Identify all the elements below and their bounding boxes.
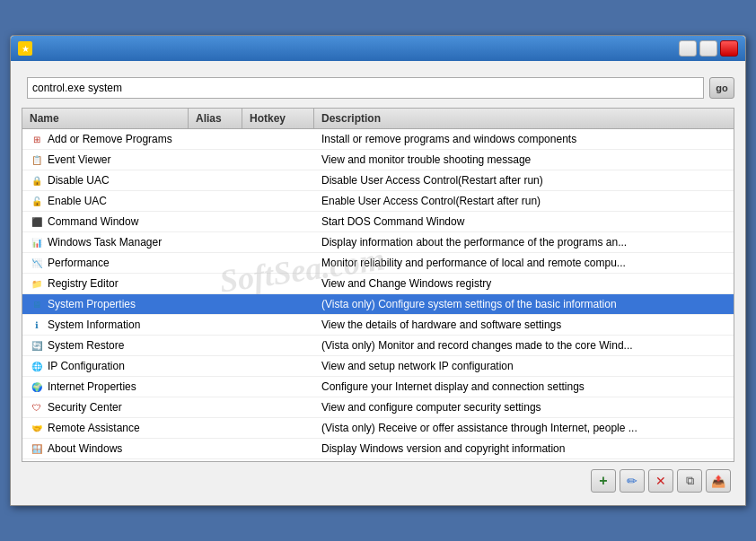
row-icon: 🛡 bbox=[30, 400, 44, 414]
edit-button[interactable]: ✏ bbox=[620, 469, 645, 493]
table-row[interactable]: 📋 Event Viewer View and monitor trouble … bbox=[22, 150, 734, 170]
row-name-text: System Restore bbox=[48, 339, 124, 352]
add-icon: + bbox=[599, 473, 607, 489]
table-row[interactable]: ℹ System Information View the details of… bbox=[22, 315, 734, 336]
cell-name: 🔒 Disable UAC bbox=[22, 170, 189, 190]
cell-alias bbox=[189, 129, 242, 149]
row-icon: 🔓 bbox=[30, 194, 44, 208]
cell-alias bbox=[189, 150, 242, 170]
cell-name: ⬛ Command Window bbox=[22, 212, 189, 231]
table-body[interactable]: ⊞ Add or Remove Programs Install or remo… bbox=[22, 129, 734, 461]
table-row[interactable]: 🖥 System Properties (Vista only) Configu… bbox=[22, 294, 734, 315]
cell-name: 🖥 Computer Management bbox=[22, 459, 189, 461]
cell-name: 📋 Event Viewer bbox=[22, 150, 189, 170]
cell-alias bbox=[189, 397, 242, 417]
table-row[interactable]: 🔒 Disable UAC Disable User Access Contro… bbox=[22, 170, 734, 191]
window-body: go Name Alias Hotkey Description ⊞ Add o… bbox=[11, 61, 745, 505]
row-name-text: Remote Assistance bbox=[48, 422, 140, 434]
row-name-text: Add or Remove Programs bbox=[48, 133, 172, 145]
col-alias: Alias bbox=[189, 109, 242, 128]
maximize-button[interactable] bbox=[699, 40, 717, 57]
row-name-text: System Information bbox=[48, 318, 140, 331]
table-container: Name Alias Hotkey Description ⊞ Add or R… bbox=[22, 108, 734, 462]
cell-desc: (Vista only) Receive or offer assistance… bbox=[314, 418, 734, 438]
table-row[interactable]: 🤝 Remote Assistance (Vista only) Receive… bbox=[22, 418, 734, 439]
cell-desc: View and configure system component bbox=[314, 459, 734, 461]
cell-name: 🤝 Remote Assistance bbox=[22, 418, 189, 438]
cell-desc: Install or remove programs and windows c… bbox=[314, 129, 734, 149]
command-input[interactable] bbox=[27, 77, 704, 99]
col-hotkey: Hotkey bbox=[242, 109, 314, 128]
row-name-text: Windows Task Manager bbox=[48, 236, 162, 249]
cell-hotkey bbox=[242, 274, 314, 293]
table-row[interactable]: ⬛ Command Window Start DOS Command Windo… bbox=[22, 212, 734, 232]
cell-hotkey bbox=[242, 418, 314, 438]
cell-alias bbox=[189, 336, 242, 355]
bottom-toolbar: + ✏ ✕ ⧉ 📤 bbox=[22, 462, 734, 496]
app-icon: ★ bbox=[18, 41, 32, 56]
cell-desc: Configure your Internet display and conn… bbox=[314, 377, 734, 397]
copy-button[interactable]: ⧉ bbox=[677, 469, 702, 493]
table-row[interactable]: ⊞ Add or Remove Programs Install or remo… bbox=[22, 129, 734, 150]
table-row[interactable]: 🔄 System Restore (Vista only) Monitor an… bbox=[22, 336, 734, 356]
row-name-text: Command Window bbox=[48, 215, 138, 228]
row-icon: 📁 bbox=[30, 276, 44, 291]
command-row: go bbox=[22, 77, 734, 99]
cell-alias bbox=[189, 418, 242, 438]
cell-hotkey bbox=[242, 459, 314, 461]
table-row[interactable]: 🪟 About Windows Display Windows version … bbox=[22, 439, 734, 459]
row-icon: 🖥 bbox=[30, 297, 44, 311]
copy-icon: ⧉ bbox=[686, 474, 694, 488]
row-name-text: IP Configuration bbox=[48, 360, 125, 372]
row-icon: ℹ bbox=[30, 318, 44, 332]
cell-alias bbox=[189, 356, 242, 376]
table-row[interactable]: 🛡 Security Center View and configure com… bbox=[22, 397, 734, 418]
cell-name: 🔓 Enable UAC bbox=[22, 191, 189, 211]
row-icon: 🌍 bbox=[30, 380, 44, 394]
row-icon: 📋 bbox=[30, 153, 44, 167]
cell-hotkey bbox=[242, 294, 314, 314]
row-name-text: Registry Editor bbox=[48, 277, 119, 290]
cell-name: 📁 Registry Editor bbox=[22, 274, 189, 293]
cell-hotkey bbox=[242, 253, 314, 273]
cell-name: ℹ System Information bbox=[22, 315, 189, 335]
close-button[interactable] bbox=[720, 40, 738, 57]
go-button[interactable]: go bbox=[709, 77, 734, 99]
cell-desc: Enable User Access Control(Restart after… bbox=[314, 191, 734, 211]
cell-name: 🔄 System Restore bbox=[22, 336, 189, 355]
main-window: ★ go Name Alias Hotkey Description bbox=[10, 35, 746, 506]
cell-hotkey bbox=[242, 336, 314, 355]
add-button[interactable]: + bbox=[591, 469, 616, 493]
delete-button[interactable]: ✕ bbox=[648, 469, 673, 493]
table-row[interactable]: 🖥 Computer Management View and configure… bbox=[22, 459, 734, 461]
table-row[interactable]: 🔓 Enable UAC Enable User Access Control(… bbox=[22, 191, 734, 212]
cell-alias bbox=[189, 274, 242, 293]
cell-alias bbox=[189, 377, 242, 397]
cell-hotkey bbox=[242, 397, 314, 417]
row-name-text: System Properties bbox=[48, 298, 136, 310]
cell-hotkey bbox=[242, 377, 314, 397]
cell-name: 🖥 System Properties bbox=[22, 294, 189, 314]
cell-alias bbox=[189, 212, 242, 231]
row-icon: 🔄 bbox=[30, 338, 44, 353]
table-row[interactable]: 📁 Registry Editor View and Change Window… bbox=[22, 274, 734, 294]
minimize-button[interactable] bbox=[679, 40, 697, 57]
table-row[interactable]: 🌍 Internet Properties Configure your Int… bbox=[22, 377, 734, 397]
cell-alias bbox=[189, 439, 242, 458]
table-row[interactable]: 📉 Performance Monitor reliability and pe… bbox=[22, 253, 734, 274]
export-button[interactable]: 📤 bbox=[706, 469, 731, 493]
title-bar-controls bbox=[679, 40, 738, 57]
cell-desc: (Vista only) Configure system settings o… bbox=[314, 294, 734, 314]
cell-hotkey bbox=[242, 129, 314, 149]
col-name: Name bbox=[22, 109, 189, 128]
cell-desc: View and configure computer security set… bbox=[314, 397, 734, 417]
cell-desc: View and Change Windows registry bbox=[314, 274, 734, 293]
cell-desc: Disable User Access Control(Restart afte… bbox=[314, 170, 734, 190]
cell-hotkey bbox=[242, 150, 314, 170]
delete-icon: ✕ bbox=[655, 474, 666, 488]
row-icon: 📊 bbox=[30, 235, 44, 249]
table-row[interactable]: 📊 Windows Task Manager Display informati… bbox=[22, 232, 734, 253]
table-row[interactable]: 🌐 IP Configuration View and setup networ… bbox=[22, 356, 734, 377]
cell-alias bbox=[189, 459, 242, 461]
cell-hotkey bbox=[242, 212, 314, 231]
